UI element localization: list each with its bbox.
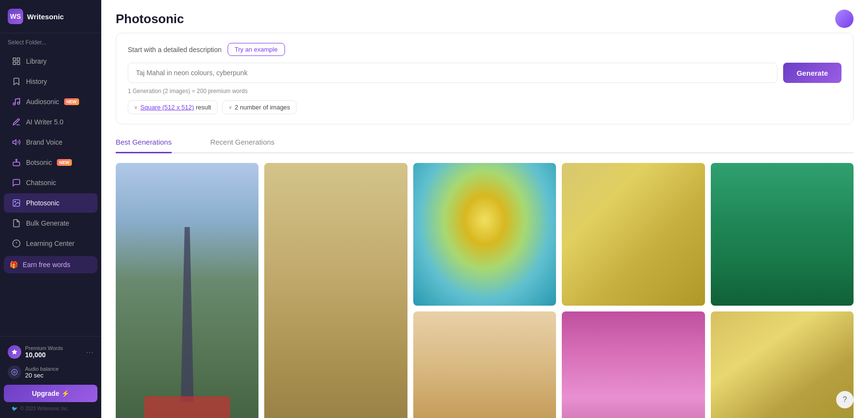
- size-option-label: Square (512 x 512) result: [140, 104, 211, 111]
- svg-point-8: [16, 159, 17, 161]
- svg-rect-3: [17, 62, 20, 65]
- user-avatar[interactable]: [835, 10, 854, 28]
- gallery-item-7[interactable]: [562, 311, 705, 418]
- earn-free-words-item[interactable]: 🎁 Earn free words: [4, 256, 97, 273]
- sidebar-nav: Library History Audiosonic new AI Writer…: [0, 49, 101, 336]
- svg-rect-2: [13, 62, 15, 65]
- sidebar-item-photosonic[interactable]: Photosonic: [4, 193, 97, 213]
- gallery-item-3[interactable]: [413, 163, 556, 306]
- sidebar-item-audiosonic[interactable]: Audiosonic new: [4, 92, 97, 111]
- sidebar-item-learning-center[interactable]: Learning Center: [4, 234, 97, 253]
- sidebar-item-brand-voice[interactable]: Brand Voice: [4, 133, 97, 152]
- gallery-item-2[interactable]: [264, 163, 407, 418]
- ai-writer-icon: [12, 117, 21, 127]
- main-header: Photosonic: [101, 0, 868, 33]
- svg-rect-0: [13, 58, 15, 60]
- premium-words-section: Premium Words 10,000 ⋯: [4, 341, 97, 363]
- page-title: Photosonic: [116, 12, 184, 27]
- audiosonic-new-badge: new: [64, 98, 79, 105]
- cost-text: 1 Generation (2 images) = 200 premium wo…: [128, 88, 841, 94]
- svg-point-5: [17, 102, 20, 105]
- sidebar-item-bulk-generate[interactable]: Bulk Generate: [4, 214, 97, 233]
- upgrade-button[interactable]: Upgrade ⚡: [4, 385, 97, 402]
- tab-best-generations[interactable]: Best Generations: [116, 132, 172, 153]
- botsonic-new-badge: new: [57, 159, 72, 166]
- logo-icon: WS: [8, 9, 23, 24]
- sidebar-item-history[interactable]: History: [4, 72, 97, 91]
- images-chevron-icon: ∨: [229, 105, 232, 110]
- chatsonic-icon: [12, 178, 21, 188]
- description-label: Start with a detailed description: [128, 46, 222, 54]
- input-card: Start with a detailed description Try an…: [116, 33, 854, 124]
- gallery-item-5[interactable]: [711, 163, 854, 306]
- audiosonic-icon: [12, 97, 21, 107]
- sidebar: WS Writesonic Select Folder... Library H…: [0, 0, 101, 418]
- svg-point-18: [14, 371, 15, 373]
- images-option[interactable]: ∨ 2 number of images: [222, 100, 297, 114]
- size-option[interactable]: ∨ Square (512 x 512) result: [128, 100, 217, 114]
- premium-icon: [8, 345, 21, 359]
- twitter-icon: 🐦: [12, 406, 17, 411]
- svg-rect-1: [17, 58, 20, 60]
- sidebar-item-chatsonic[interactable]: Chatsonic: [4, 173, 97, 192]
- svg-point-4: [13, 103, 15, 105]
- library-icon: [12, 56, 21, 66]
- select-folder[interactable]: Select Folder...: [0, 33, 101, 49]
- sidebar-item-ai-writer[interactable]: AI Writer 5.0: [4, 112, 97, 132]
- generate-button[interactable]: Generate: [783, 63, 841, 83]
- gift-icon: 🎁: [10, 261, 18, 269]
- app-name: Writesonic: [27, 13, 64, 21]
- svg-marker-16: [12, 349, 17, 354]
- photosonic-icon: [12, 198, 21, 208]
- audio-balance-section: Audio balance 20 sec: [4, 363, 97, 382]
- sidebar-item-botsonic[interactable]: Botsonic new: [4, 153, 97, 172]
- sidebar-item-library[interactable]: Library: [4, 52, 97, 71]
- gallery-item-8[interactable]: [711, 311, 854, 418]
- size-chevron-icon: ∨: [134, 105, 137, 110]
- prompt-input[interactable]: [128, 63, 777, 83]
- gallery-item-6[interactable]: [413, 311, 556, 418]
- tab-recent-generations[interactable]: Recent Generations: [210, 132, 274, 153]
- svg-marker-6: [13, 140, 16, 145]
- main-content: Photosonic Start with a detailed descrip…: [101, 0, 868, 418]
- sidebar-bottom: Premium Words 10,000 ⋯ Audio balance 20 …: [0, 336, 101, 418]
- audio-balance-label: Audio balance: [25, 366, 59, 372]
- tabs-row: Best Generations Recent Generations: [116, 132, 854, 153]
- premium-words-label: Premium Words: [25, 345, 82, 351]
- gallery-item-1[interactable]: [116, 163, 258, 418]
- bulk-generate-icon: [12, 218, 21, 228]
- premium-words-count: 10,000: [25, 351, 82, 359]
- audio-icon: [8, 365, 21, 379]
- botsonic-icon: [12, 158, 21, 167]
- help-button[interactable]: ?: [836, 391, 854, 408]
- svg-point-17: [12, 369, 17, 375]
- brand-voice-icon: [12, 137, 21, 147]
- gallery-item-4[interactable]: [562, 163, 705, 306]
- gallery: [101, 153, 868, 418]
- audio-balance-value: 20 sec: [25, 372, 59, 379]
- images-option-label: 2 number of images: [235, 104, 290, 111]
- try-example-button[interactable]: Try an example: [228, 43, 285, 56]
- learning-center-icon: [12, 239, 21, 248]
- history-icon: [12, 77, 21, 86]
- copyright: 🐦 © 2023 Writesonic Inc.: [4, 402, 97, 413]
- sidebar-logo: WS Writesonic: [0, 0, 101, 33]
- svg-point-12: [14, 201, 15, 202]
- premium-words-menu[interactable]: ⋯: [86, 348, 94, 357]
- svg-rect-7: [13, 162, 20, 166]
- gallery-grid: [116, 163, 854, 418]
